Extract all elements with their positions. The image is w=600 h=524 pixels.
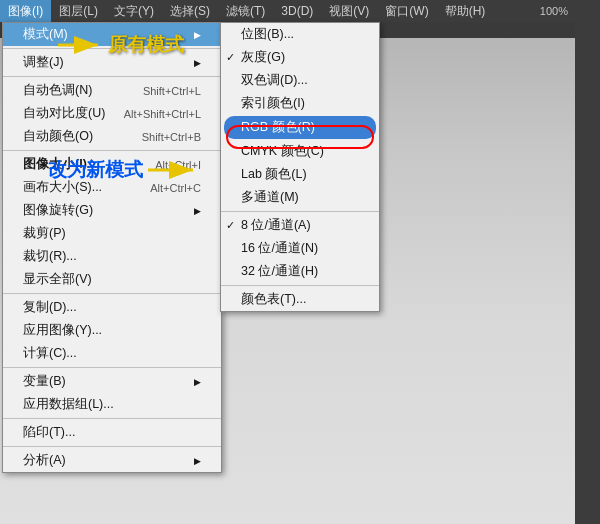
sub-menu-item-cmyk[interactable]: CMYK 颜色(C) [221,140,379,163]
menu-item-analysis[interactable]: 分析(A) [3,449,221,472]
sub-menu-colortable-label: 颜色表(T)... [241,291,306,308]
menu-item-auto-contrast-shortcut: Alt+Shift+Ctrl+L [124,108,201,120]
menu-item-auto-color[interactable]: 自动颜色(O) Shift+Ctrl+B [3,125,221,148]
sub-menu-item-colortable[interactable]: 颜色表(T)... [221,288,379,311]
sub-menu-item-32bit[interactable]: 32 位/通道(H) [221,260,379,283]
menu-item-trim-label: 裁切(R)... [23,248,77,265]
menu-item-rotate[interactable]: 图像旋转(G) [3,199,221,222]
dropdown-mode-submenu: 位图(B)... 灰度(G) 双色调(D)... 索引颜色(I) RGB 颜色(… [220,22,380,312]
menubar-item-3d[interactable]: 3D(D) [273,0,321,22]
sub-menu-multichannel-label: 多通道(M) [241,189,299,206]
menu-item-trap-label: 陷印(T)... [23,424,75,441]
menubar-item-view[interactable]: 视图(V) [321,0,377,22]
separator-7 [3,446,221,447]
sub-menu-item-multichannel[interactable]: 多通道(M) [221,186,379,209]
menu-item-auto-tone-shortcut: Shift+Ctrl+L [143,85,201,97]
menu-item-rotate-label: 图像旋转(G) [23,202,93,219]
annotation-arrow-2-icon [143,155,203,185]
sub-menu-duotone-label: 双色调(D)... [241,72,308,89]
menubar-item-image[interactable]: 图像(I) [0,0,51,22]
top-options-bar: 100% [533,0,575,22]
sub-separator-2 [221,285,379,286]
menu-item-trim[interactable]: 裁切(R)... [3,245,221,268]
annotation-new-mode: 改为新模式 [48,155,203,185]
menu-item-apply-image-label: 应用图像(Y)... [23,322,102,339]
menu-item-auto-color-label: 自动颜色(O) [23,128,93,145]
sub-menu-32bit-label: 32 位/通道(H) [241,263,318,280]
menu-item-analysis-label: 分析(A) [23,452,66,469]
annotation-new-mode-text: 改为新模式 [48,157,143,183]
menu-item-trap[interactable]: 陷印(T)... [3,421,221,444]
menubar-item-window[interactable]: 窗口(W) [377,0,436,22]
right-panel [575,0,600,524]
menu-item-apply-image[interactable]: 应用图像(Y)... [3,319,221,342]
sub-menu-rgb-label: RGB 颜色(R) [241,119,315,136]
menu-item-apply-dataset-label: 应用数据组(L)... [23,396,114,413]
sub-menu-indexed-label: 索引颜色(I) [241,95,305,112]
separator-4 [3,293,221,294]
menu-item-crop-label: 裁剪(P) [23,225,66,242]
annotation-original-mode-text: 原有模式 [108,32,184,58]
menu-item-reveal-all-label: 显示全部(V) [23,271,92,288]
menubar-item-type[interactable]: 文字(Y) [106,0,162,22]
menu-item-auto-tone-label: 自动色调(N) [23,82,92,99]
sub-menu-item-rgb[interactable]: RGB 颜色(R) [224,116,376,139]
menubar-item-filter[interactable]: 滤镜(T) [218,0,273,22]
sub-separator-1 [221,211,379,212]
dropdown-image-menu: 模式(M) 调整(J) 自动色调(N) Shift+Ctrl+L 自动对比度(U… [2,22,222,473]
menubar: 图像(I) 图层(L) 文字(Y) 选择(S) 滤镜(T) 3D(D) 视图(V… [0,0,600,22]
menubar-item-help[interactable]: 帮助(H) [437,0,494,22]
separator-6 [3,418,221,419]
menu-item-duplicate[interactable]: 复制(D)... [3,296,221,319]
menu-item-auto-tone[interactable]: 自动色调(N) Shift+Ctrl+L [3,79,221,102]
sub-menu-item-lab[interactable]: Lab 颜色(L) [221,163,379,186]
menu-item-duplicate-label: 复制(D)... [23,299,77,316]
menu-item-variables[interactable]: 变量(B) [3,370,221,393]
separator-5 [3,367,221,368]
menu-item-calculations[interactable]: 计算(C)... [3,342,221,365]
sub-menu-bitmap-label: 位图(B)... [241,26,294,43]
sub-menu-cmyk-label: CMYK 颜色(C) [241,143,324,160]
menu-item-variables-label: 变量(B) [23,373,66,390]
sub-menu-16bit-label: 16 位/通道(N) [241,240,318,257]
menu-item-crop[interactable]: 裁剪(P) [3,222,221,245]
sub-menu-8bit-label: 8 位/通道(A) [241,217,311,234]
sub-menu-item-16bit[interactable]: 16 位/通道(N) [221,237,379,260]
menu-item-apply-dataset[interactable]: 应用数据组(L)... [3,393,221,416]
separator-3 [3,150,221,151]
menu-item-reveal-all[interactable]: 显示全部(V) [3,268,221,291]
annotation-original-mode: 原有模式 [58,30,184,60]
menu-item-auto-color-shortcut: Shift+Ctrl+B [142,131,201,143]
sub-menu-item-indexed[interactable]: 索引颜色(I) [221,92,379,115]
sub-menu-item-8bit[interactable]: 8 位/通道(A) [221,214,379,237]
annotation-arrow-1-icon [58,30,108,60]
menu-item-calculations-label: 计算(C)... [23,345,77,362]
menu-item-auto-contrast[interactable]: 自动对比度(U) Alt+Shift+Ctrl+L [3,102,221,125]
sub-menu-item-duotone[interactable]: 双色调(D)... [221,69,379,92]
sub-menu-lab-label: Lab 颜色(L) [241,166,307,183]
zoom-level: 100% [540,5,568,17]
sub-menu-item-grayscale[interactable]: 灰度(G) [221,46,379,69]
menu-item-auto-contrast-label: 自动对比度(U) [23,105,105,122]
menubar-item-layer[interactable]: 图层(L) [51,0,106,22]
separator-2 [3,76,221,77]
sub-menu-item-bitmap[interactable]: 位图(B)... [221,23,379,46]
sub-menu-grayscale-label: 灰度(G) [241,49,285,66]
menubar-item-select[interactable]: 选择(S) [162,0,218,22]
